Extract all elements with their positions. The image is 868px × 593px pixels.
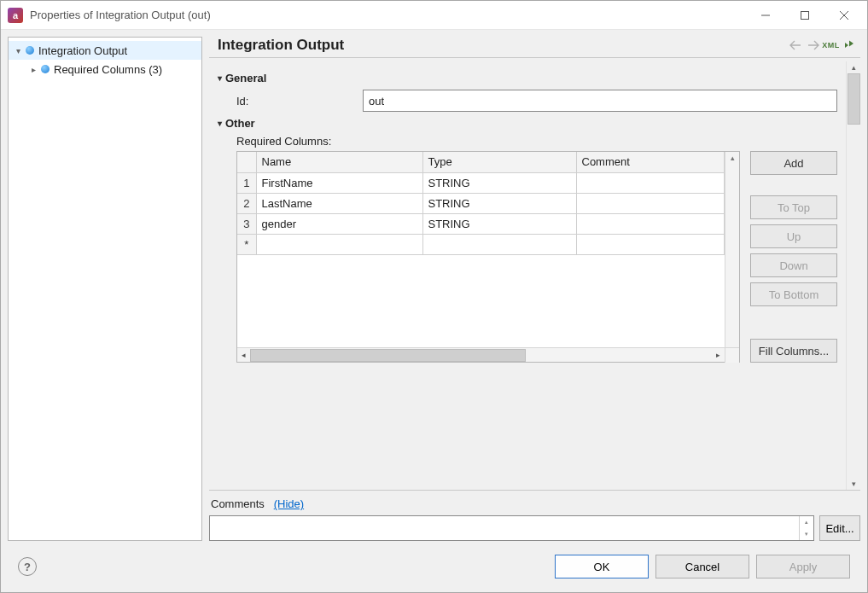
id-label: Id: [236, 95, 363, 108]
comments-section: Comments (Hide) ▴ ▾ Edit... [209, 496, 860, 541]
col-name[interactable]: Name [256, 152, 422, 172]
edit-comments-button[interactable]: Edit... [819, 515, 860, 541]
window-minimize-button[interactable] [746, 3, 785, 28]
cell-name[interactable]: gender [256, 213, 422, 234]
scroll-left-icon[interactable]: ◂ [237, 351, 250, 359]
section-general[interactable]: ▾ General [218, 72, 837, 84]
svg-rect-0 [801, 11, 809, 19]
app-icon: a [8, 8, 23, 23]
section-title: General [225, 72, 266, 84]
scroll-thumb[interactable] [250, 349, 526, 362]
tree-pane[interactable]: ▾ Integration Output ▸ Required Columns … [8, 37, 202, 541]
tree-node-label: Required Columns (3) [54, 63, 167, 76]
hide-comments-link[interactable]: (Hide) [274, 497, 304, 510]
table-new-row[interactable]: * [237, 234, 725, 254]
tree-node-integration-output[interactable]: ▾ Integration Output [9, 41, 201, 60]
cell-comment[interactable] [576, 234, 725, 254]
row-index: 2 [237, 193, 256, 213]
table-header-row: Name Type Comment [237, 152, 725, 172]
scroll-down-icon[interactable]: ▾ [852, 480, 856, 488]
nav-back-icon[interactable] [787, 38, 803, 54]
row-index: 1 [237, 172, 256, 193]
cell-comment[interactable] [576, 193, 725, 213]
section-collapse-icon: ▾ [218, 73, 222, 83]
window-close-button[interactable] [824, 3, 864, 28]
cell-name[interactable] [256, 234, 422, 254]
to-top-button[interactable]: To Top [750, 195, 837, 219]
required-columns-table[interactable]: Name Type Comment 1 [236, 151, 740, 363]
properties-pane: Integration Output XML [209, 37, 860, 541]
required-columns-label: Required Columns: [236, 135, 837, 148]
cell-type[interactable]: STRING [422, 213, 576, 234]
table-row[interactable]: 3 gender STRING [237, 213, 725, 234]
row-index: 3 [237, 213, 256, 234]
table-button-column: Add To Top Up Down To Bottom Fill Column… [750, 151, 837, 363]
down-button[interactable]: Down [750, 253, 837, 277]
scroll-thumb[interactable] [848, 73, 860, 125]
cell-name[interactable]: FirstName [256, 172, 422, 193]
comments-spinner[interactable]: ▴ ▾ [799, 516, 813, 540]
spinner-up-icon[interactable]: ▴ [800, 516, 813, 528]
table-hscrollbar[interactable]: ◂ ▸ [237, 347, 739, 362]
id-input[interactable] [363, 90, 837, 112]
properties-scroll-area[interactable]: ▾ General Id: ▾ Other Required Columns: [209, 61, 846, 490]
spinner-down-icon[interactable]: ▾ [800, 528, 813, 540]
node-icon [26, 46, 34, 55]
window-title: Properties of Integration Output (out) [30, 9, 746, 21]
window-maximize-button[interactable] [785, 3, 824, 28]
panel-vscrollbar[interactable]: ▴ ▾ [846, 61, 860, 490]
col-type[interactable]: Type [422, 152, 576, 172]
tree-node-required-columns[interactable]: ▸ Required Columns (3) [9, 60, 201, 78]
cell-type[interactable] [422, 234, 576, 254]
nav-forward-icon[interactable] [805, 38, 821, 54]
client-area: ▾ Integration Output ▸ Required Columns … [1, 30, 867, 592]
col-comment[interactable]: Comment [576, 152, 725, 172]
cell-type[interactable]: STRING [422, 193, 576, 213]
ok-button[interactable]: OK [555, 555, 649, 578]
cell-type[interactable]: STRING [422, 172, 576, 193]
scroll-up-icon[interactable]: ▴ [731, 152, 735, 164]
comments-label: Comments [211, 497, 265, 510]
scroll-up-icon[interactable]: ▴ [852, 63, 856, 72]
scroll-right-icon[interactable]: ▸ [712, 351, 725, 359]
node-icon [41, 65, 50, 73]
up-button[interactable]: Up [750, 224, 837, 248]
table-row[interactable]: 2 LastName STRING [237, 193, 725, 213]
fill-columns-button[interactable]: Fill Columns... [750, 339, 837, 363]
section-title: Other [225, 117, 255, 130]
cancel-button[interactable]: Cancel [655, 555, 749, 578]
section-collapse-icon: ▾ [218, 119, 222, 128]
table-vscrollbar[interactable]: ▴ [725, 152, 739, 347]
help-icon[interactable]: ? [18, 557, 37, 576]
comments-input[interactable]: ▴ ▾ [209, 515, 814, 541]
dialog-button-bar: ? OK Cancel Apply [8, 548, 860, 585]
xml-source-button[interactable]: XML [823, 38, 839, 54]
page-title: Integration Output [218, 37, 787, 54]
tree-node-label: Integration Output [38, 44, 132, 57]
cell-comment[interactable] [576, 172, 725, 193]
section-other[interactable]: ▾ Other [218, 117, 837, 130]
cell-name[interactable]: LastName [256, 193, 422, 213]
apply-button[interactable]: Apply [756, 555, 850, 578]
title-bar: a Properties of Integration Output (out) [1, 1, 867, 30]
new-row-marker: * [237, 234, 256, 254]
tree-toggle-icon[interactable]: ▾ [12, 46, 24, 55]
tree-toggle-icon[interactable]: ▸ [27, 65, 39, 74]
cell-comment[interactable] [576, 213, 725, 234]
to-bottom-button[interactable]: To Bottom [750, 282, 837, 306]
table-row[interactable]: 1 FirstName STRING [237, 172, 725, 193]
refresh-icon[interactable] [841, 38, 857, 54]
row-header-corner [237, 152, 256, 172]
add-button[interactable]: Add [750, 151, 837, 175]
